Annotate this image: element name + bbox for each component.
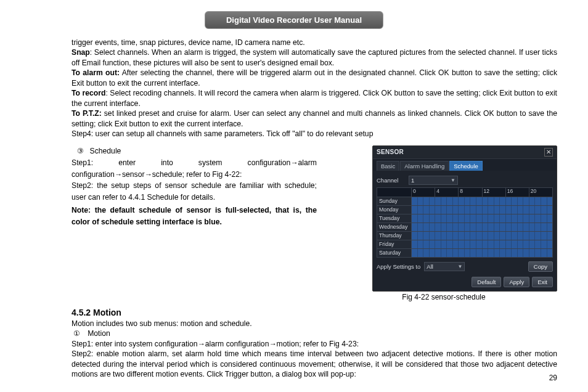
exit-button[interactable]: Exit bbox=[532, 277, 553, 287]
schedule-cell[interactable] bbox=[430, 240, 436, 248]
schedule-cell[interactable] bbox=[529, 232, 536, 240]
schedule-cell[interactable] bbox=[418, 197, 424, 205]
schedule-cell[interactable] bbox=[423, 232, 430, 240]
schedule-cell[interactable] bbox=[412, 206, 418, 214]
schedule-cell[interactable] bbox=[494, 214, 500, 223]
tab-alarm-handling[interactable]: Alarm Handling bbox=[400, 161, 449, 171]
schedule-cell[interactable] bbox=[529, 214, 536, 223]
schedule-cell[interactable] bbox=[518, 197, 524, 205]
schedule-cell[interactable] bbox=[418, 249, 424, 257]
schedule-cell[interactable] bbox=[447, 232, 453, 240]
schedule-cell[interactable] bbox=[518, 223, 524, 231]
schedule-cell[interactable] bbox=[535, 206, 541, 214]
schedule-cell[interactable] bbox=[412, 223, 418, 231]
schedule-cell[interactable] bbox=[535, 214, 541, 223]
schedule-cell[interactable] bbox=[459, 240, 465, 248]
schedule-cell[interactable] bbox=[476, 206, 483, 214]
schedule-cell[interactable] bbox=[500, 214, 506, 223]
schedule-cell[interactable] bbox=[541, 197, 547, 205]
schedule-cell[interactable] bbox=[435, 232, 441, 240]
schedule-cell[interactable] bbox=[506, 249, 512, 257]
schedule-cell[interactable] bbox=[541, 240, 547, 248]
schedule-cell[interactable] bbox=[494, 197, 500, 205]
schedule-cell[interactable] bbox=[441, 249, 447, 257]
apply-button[interactable]: Apply bbox=[504, 277, 529, 287]
schedule-cell[interactable] bbox=[459, 197, 465, 205]
schedule-cell[interactable] bbox=[506, 223, 512, 231]
schedule-cell[interactable] bbox=[483, 206, 489, 214]
schedule-cell[interactable] bbox=[435, 206, 441, 214]
schedule-cell[interactable] bbox=[494, 240, 500, 248]
schedule-cell[interactable] bbox=[518, 240, 524, 248]
schedule-cell[interactable] bbox=[418, 214, 424, 223]
schedule-cell[interactable] bbox=[412, 240, 418, 248]
apply-select[interactable]: All ▼ bbox=[424, 262, 465, 271]
schedule-cell[interactable] bbox=[518, 249, 524, 257]
schedule-cell[interactable] bbox=[506, 197, 512, 205]
schedule-cell[interactable] bbox=[488, 223, 494, 231]
schedule-cell[interactable] bbox=[470, 223, 476, 231]
schedule-cell[interactable] bbox=[523, 249, 529, 257]
schedule-cell[interactable] bbox=[465, 214, 471, 223]
schedule-cell[interactable] bbox=[518, 232, 524, 240]
schedule-cell[interactable] bbox=[529, 240, 536, 248]
schedule-cell[interactable] bbox=[488, 249, 494, 257]
schedule-cell[interactable] bbox=[465, 240, 471, 248]
schedule-cell[interactable] bbox=[423, 206, 430, 214]
schedule-cell[interactable] bbox=[470, 240, 476, 248]
schedule-cell[interactable] bbox=[465, 223, 471, 231]
schedule-cell[interactable] bbox=[488, 232, 494, 240]
schedule-cell[interactable] bbox=[476, 232, 483, 240]
schedule-cell[interactable] bbox=[535, 197, 541, 205]
schedule-cell[interactable] bbox=[412, 214, 418, 223]
schedule-cell[interactable] bbox=[518, 214, 524, 223]
schedule-cell[interactable] bbox=[488, 214, 494, 223]
schedule-cell[interactable] bbox=[483, 232, 489, 240]
schedule-cell[interactable] bbox=[441, 240, 447, 248]
schedule-cell[interactable] bbox=[483, 249, 489, 257]
schedule-cell[interactable] bbox=[506, 214, 512, 223]
schedule-cell[interactable] bbox=[541, 206, 547, 214]
schedule-cell[interactable] bbox=[547, 197, 553, 205]
schedule-cell[interactable] bbox=[529, 197, 536, 205]
schedule-cell[interactable] bbox=[523, 223, 529, 231]
schedule-cell[interactable] bbox=[459, 214, 465, 223]
schedule-cell[interactable] bbox=[459, 223, 465, 231]
schedule-cell[interactable] bbox=[541, 214, 547, 223]
schedule-cell[interactable] bbox=[465, 197, 471, 205]
schedule-cell[interactable] bbox=[483, 197, 489, 205]
schedule-cell[interactable] bbox=[423, 214, 430, 223]
schedule-cell[interactable] bbox=[470, 197, 476, 205]
schedule-cell[interactable] bbox=[529, 223, 536, 231]
schedule-cell[interactable] bbox=[430, 249, 436, 257]
schedule-cell[interactable] bbox=[500, 197, 506, 205]
schedule-cell[interactable] bbox=[465, 206, 471, 214]
schedule-cell[interactable] bbox=[441, 206, 447, 214]
schedule-cell[interactable] bbox=[476, 240, 483, 248]
schedule-cell[interactable] bbox=[470, 232, 476, 240]
schedule-cell[interactable] bbox=[441, 197, 447, 205]
copy-button[interactable]: Copy bbox=[528, 261, 553, 272]
schedule-cell[interactable] bbox=[441, 232, 447, 240]
schedule-cell[interactable] bbox=[476, 223, 483, 231]
schedule-cell[interactable] bbox=[423, 249, 430, 257]
schedule-cell[interactable] bbox=[435, 240, 441, 248]
schedule-cell[interactable] bbox=[547, 249, 553, 257]
schedule-cell[interactable] bbox=[423, 240, 430, 248]
schedule-cell[interactable] bbox=[470, 206, 476, 214]
schedule-cell[interactable] bbox=[506, 206, 512, 214]
schedule-cell[interactable] bbox=[500, 206, 506, 214]
schedule-cell[interactable] bbox=[412, 197, 418, 205]
schedule-cell[interactable] bbox=[435, 197, 441, 205]
schedule-cell[interactable] bbox=[506, 240, 512, 248]
schedule-cell[interactable] bbox=[435, 214, 441, 223]
schedule-cell[interactable] bbox=[535, 249, 541, 257]
schedule-cell[interactable] bbox=[447, 240, 453, 248]
schedule-cell[interactable] bbox=[476, 214, 483, 223]
schedule-cell[interactable] bbox=[488, 240, 494, 248]
schedule-cell[interactable] bbox=[447, 206, 453, 214]
schedule-cell[interactable] bbox=[547, 232, 553, 240]
schedule-cell[interactable] bbox=[430, 206, 436, 214]
schedule-cell[interactable] bbox=[547, 214, 553, 223]
schedule-cell[interactable] bbox=[453, 249, 459, 257]
